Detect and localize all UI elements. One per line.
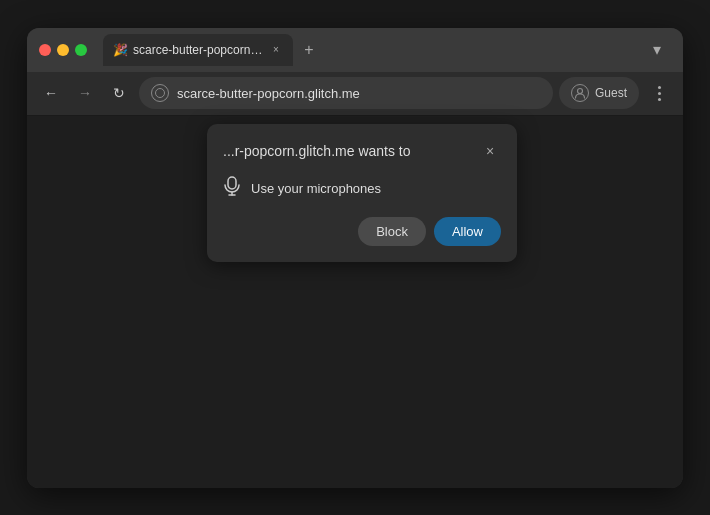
permission-text: Use your microphones	[251, 181, 381, 196]
allow-button[interactable]: Allow	[434, 217, 501, 246]
microphone-icon	[223, 176, 241, 201]
svg-rect-1	[228, 177, 236, 189]
guest-button[interactable]: Guest	[559, 77, 639, 109]
address-bar[interactable]: scarce-butter-popcorn.glitch.me	[139, 77, 553, 109]
active-tab[interactable]: 🎉 scarce-butter-popcorn.glitch ×	[103, 34, 293, 66]
popup-header: ...r-popcorn.glitch.me wants to ×	[223, 140, 501, 162]
url-text: scarce-butter-popcorn.glitch.me	[177, 86, 541, 101]
site-info-inner	[155, 88, 165, 98]
popup-close-button[interactable]: ×	[479, 140, 501, 162]
new-tab-button[interactable]: +	[297, 38, 321, 62]
nav-bar: ← → ↻ scarce-butter-popcorn.glitch.me Gu…	[27, 72, 683, 116]
tab-close-button[interactable]: ×	[269, 43, 283, 57]
svg-point-0	[577, 89, 582, 94]
tab-bar: 🎉 scarce-butter-popcorn.glitch × +	[103, 34, 635, 66]
popup-buttons: Block Allow	[223, 217, 501, 246]
popup-title: ...r-popcorn.glitch.me wants to	[223, 143, 411, 159]
tab-favicon-icon: 🎉	[113, 43, 127, 57]
browser-content: ...r-popcorn.glitch.me wants to × Use yo…	[27, 116, 683, 488]
close-button[interactable]	[39, 44, 51, 56]
browser-menu-button[interactable]	[645, 79, 673, 107]
tab-title: scarce-butter-popcorn.glitch	[133, 43, 263, 57]
block-button[interactable]: Block	[358, 217, 426, 246]
dots-menu-icon	[658, 86, 661, 101]
forward-button[interactable]: →	[71, 79, 99, 107]
traffic-lights	[39, 44, 87, 56]
site-info-icon	[151, 84, 169, 102]
maximize-button[interactable]	[75, 44, 87, 56]
popup-permission-row: Use your microphones	[223, 176, 501, 201]
permission-popup: ...r-popcorn.glitch.me wants to × Use yo…	[207, 124, 517, 262]
tab-dropdown-button[interactable]: ▾	[643, 36, 671, 64]
guest-label: Guest	[595, 86, 627, 100]
reload-button[interactable]: ↻	[105, 79, 133, 107]
guest-avatar-icon	[571, 84, 589, 102]
browser-window: 🎉 scarce-butter-popcorn.glitch × + ▾ ← →…	[27, 28, 683, 488]
back-button[interactable]: ←	[37, 79, 65, 107]
minimize-button[interactable]	[57, 44, 69, 56]
title-bar: 🎉 scarce-butter-popcorn.glitch × + ▾	[27, 28, 683, 72]
